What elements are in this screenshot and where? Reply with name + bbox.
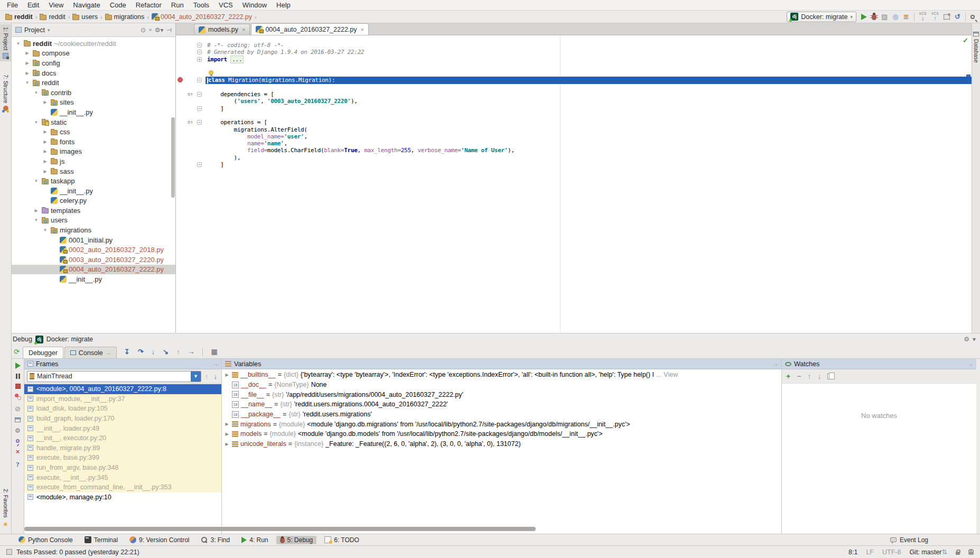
- horizontal-scrollbar[interactable]: [24, 527, 536, 531]
- code-line[interactable]: [176, 70, 972, 77]
- code-area[interactable]: −# -*- coding: utf-8 -*-−# Generated by …: [176, 42, 972, 168]
- project-tree-scrollbar[interactable]: [171, 117, 175, 198]
- menu-item-file[interactable]: File: [2, 1, 23, 10]
- tree-item[interactable]: ▶config: [12, 58, 175, 68]
- frame-row[interactable]: run_from_argv, base.py:348: [24, 463, 221, 473]
- close-tab-icon[interactable]: ×: [361, 26, 364, 33]
- frame-row[interactable]: <module>, 0004_auto_20160327_2222.py:8: [24, 384, 221, 394]
- expand-arrow-icon[interactable]: ▶: [224, 442, 230, 447]
- toolwindow-button-vcs[interactable]: 9: Version Control: [126, 536, 193, 544]
- changes-dialog-button[interactable]: [944, 14, 950, 20]
- tree-item[interactable]: ▶templates: [12, 206, 175, 216]
- view-link[interactable]: View: [664, 371, 678, 378]
- search-everywhere-icon[interactable]: [970, 15, 975, 19]
- hide-panel-icon[interactable]: ⊣: [166, 26, 172, 34]
- intention-bulb-icon[interactable]: [209, 70, 213, 75]
- frame-row[interactable]: <module>, manage.py:10: [24, 492, 221, 503]
- fold-marker[interactable]: −: [197, 162, 202, 167]
- toolwindow-quick-access-icon[interactable]: [6, 549, 12, 555]
- toolwindow-tab-project[interactable]: 1: Project: [0, 24, 11, 61]
- editor-tab[interactable]: models.py×: [194, 24, 250, 35]
- menu-item-code[interactable]: Code: [105, 1, 131, 10]
- tree-item[interactable]: ▼migrations: [12, 225, 175, 235]
- menu-item-view[interactable]: View: [44, 1, 68, 10]
- code-line[interactable]: − ]: [176, 161, 972, 168]
- thread-selector[interactable]: MainThread ▼: [27, 371, 201, 382]
- code-line[interactable]: migrations.AlterField(: [176, 126, 972, 133]
- tree-item[interactable]: ▼taskapp: [12, 176, 175, 186]
- frame-row[interactable]: import_module, __init__.py:37: [24, 394, 221, 404]
- tree-item[interactable]: ▶js: [12, 156, 175, 166]
- tree-expand-arrow[interactable]: ▶: [42, 169, 49, 174]
- hide-window-icon[interactable]: ▾: [973, 336, 976, 343]
- tree-expand-arrow[interactable]: ▶: [24, 51, 31, 55]
- profiler-button[interactable]: ◎: [892, 13, 898, 21]
- menu-item-edit[interactable]: Edit: [23, 1, 44, 10]
- tree-expand-arrow[interactable]: ▼: [24, 80, 31, 85]
- add-watch-button[interactable]: +: [786, 372, 790, 380]
- run-with-coverage-button[interactable]: ▨: [881, 13, 888, 21]
- code-line[interactable]: −# Generated by Django 1.9.4 on 2016-03-…: [176, 49, 972, 55]
- run-button[interactable]: [861, 14, 867, 20]
- tree-item[interactable]: ▼reddit: [12, 78, 175, 88]
- rerun-debug-icon[interactable]: ⟳: [14, 348, 20, 356]
- collapse-all-icon[interactable]: ÷: [148, 26, 152, 34]
- fold-marker[interactable]: −: [197, 43, 202, 48]
- expand-arrow-icon[interactable]: ▶: [224, 422, 230, 426]
- breadcrumb-item[interactable]: migrations: [105, 13, 145, 21]
- editor-tab[interactable]: 0004_auto_20160327_2222.py×: [251, 23, 369, 35]
- debug-tab-debugger[interactable]: Debugger: [23, 347, 63, 358]
- debug-button[interactable]: [872, 14, 876, 20]
- code-line[interactable]: o− operations = [: [176, 119, 972, 126]
- event-log-button[interactable]: Event Log: [890, 536, 975, 544]
- readonly-lock-icon[interactable]: [956, 552, 960, 555]
- thread-dropdown-button[interactable]: ▼: [191, 371, 201, 382]
- tree-expand-arrow[interactable]: ▶: [42, 159, 49, 164]
- code-line[interactable]: +import ...: [176, 56, 972, 63]
- code-line[interactable]: ('users', '0003_auto_20160327_2220'),: [176, 98, 972, 105]
- tree-item[interactable]: ▼static: [12, 117, 175, 127]
- tree-expand-arrow[interactable]: ▼: [15, 41, 22, 46]
- variable-row[interactable]: 18__name__ = {str} 'reddit.users.migrati…: [222, 399, 781, 410]
- next-frame-icon[interactable]: ↓: [212, 373, 219, 380]
- tree-expand-arrow[interactable]: ▶: [24, 71, 31, 76]
- tree-item[interactable]: ▼reddit~/cookiecutter/reddit: [12, 39, 175, 49]
- variable-row[interactable]: ▶unicode_literals = {instance} _Feature:…: [222, 439, 781, 449]
- duplicate-watch-button[interactable]: [827, 374, 832, 379]
- show-execution-point-icon[interactable]: ↧: [124, 348, 130, 356]
- locate-file-icon[interactable]: ⊙: [141, 26, 146, 34]
- tree-expand-arrow[interactable]: ▼: [33, 218, 40, 222]
- toolwindow-button-python[interactable]: Python Console: [15, 536, 77, 544]
- toolwindow-button-find[interactable]: 3: Find: [197, 536, 234, 544]
- toolwindow-button-terminal[interactable]: Terminal: [81, 536, 122, 544]
- tree-expand-arrow[interactable]: ▶: [33, 208, 40, 213]
- fold-marker[interactable]: −: [197, 106, 202, 111]
- mute-breakpoints-icon[interactable]: ⊘: [15, 405, 21, 413]
- code-line[interactable]: ),: [176, 154, 972, 161]
- rollback-button[interactable]: ↺: [955, 13, 960, 21]
- breadcrumb-item[interactable]: reddit: [40, 13, 65, 21]
- toolwindow-tab-database[interactable]: Database: [972, 32, 980, 63]
- view-breakpoints-icon[interactable]: [15, 394, 21, 400]
- move-watch-down-button[interactable]: ↓: [817, 372, 821, 380]
- toolwindow-button-run[interactable]: 4: Run: [238, 536, 272, 544]
- tree-item[interactable]: ▶docs: [12, 68, 175, 78]
- line-ending-widget[interactable]: LF: [866, 548, 874, 556]
- variable-row[interactable]: ▶migrations = {module} <module 'django.d…: [222, 419, 781, 429]
- close-tab-icon[interactable]: ×: [242, 26, 245, 33]
- code-editor[interactable]: −# -*- coding: utf-8 -*-−# Generated by …: [176, 35, 972, 333]
- toolwindow-tab-favorites[interactable]: 2: Favorites ★: [0, 486, 11, 531]
- tree-expand-arrow[interactable]: ▶: [42, 149, 49, 154]
- remove-watch-button[interactable]: −: [797, 372, 801, 380]
- step-over-icon[interactable]: ↷: [138, 348, 144, 356]
- tree-item[interactable]: ▶css: [12, 127, 175, 137]
- run-to-cursor-icon[interactable]: →: [188, 348, 194, 356]
- tree-item[interactable]: ▼contrib: [12, 88, 175, 98]
- fold-marker[interactable]: −: [197, 92, 202, 97]
- resume-button[interactable]: [15, 362, 21, 369]
- pin-tab-icon[interactable]: [16, 439, 20, 443]
- git-branch-widget[interactable]: Git: master⇅: [909, 548, 947, 556]
- tree-expand-arrow[interactable]: ▼: [33, 120, 40, 125]
- code-line[interactable]: [176, 112, 972, 119]
- code-line[interactable]: [176, 63, 972, 70]
